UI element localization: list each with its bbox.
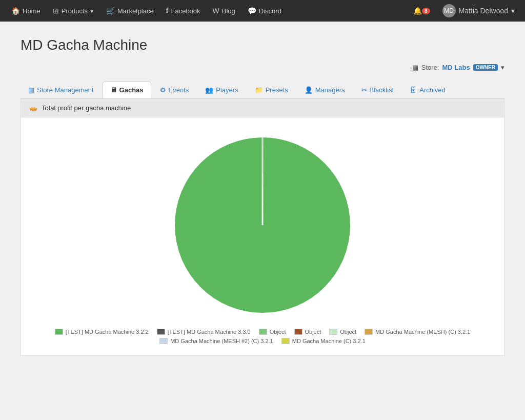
store-name[interactable]: MD Labs bbox=[442, 64, 470, 71]
store-icon: ▦ bbox=[412, 64, 418, 71]
home-icon: 🏠 bbox=[11, 7, 20, 15]
nav-products[interactable]: ⊞ Products ▾ bbox=[47, 0, 100, 22]
legend-color bbox=[55, 329, 63, 335]
notifications-button[interactable]: 🔔 8 bbox=[408, 7, 435, 15]
store-label: Store: bbox=[421, 64, 439, 71]
managers-icon: 👤 bbox=[305, 86, 313, 94]
legend-label: Object bbox=[340, 329, 356, 335]
blacklist-icon: ✂ bbox=[361, 86, 367, 94]
nav-marketplace-label: Marketplace bbox=[117, 7, 154, 15]
facebook-icon: f bbox=[166, 7, 169, 15]
gachas-icon: 🖥 bbox=[110, 86, 117, 94]
legend-label: MD Gacha Machine (C) 3.2.1 bbox=[292, 338, 366, 344]
nav-home-label: Home bbox=[23, 7, 41, 15]
legend-color bbox=[365, 329, 373, 335]
bell-icon: 🔔 bbox=[413, 7, 422, 15]
legend-label: Object bbox=[270, 329, 286, 335]
legend-color bbox=[259, 329, 267, 335]
tab-archived-label: Archived bbox=[419, 86, 446, 94]
nav-marketplace[interactable]: 🛒 Marketplace bbox=[100, 0, 160, 22]
legend-item-3: Object bbox=[294, 329, 321, 335]
legend-color bbox=[159, 338, 168, 344]
nav-facebook[interactable]: f Facebook bbox=[160, 0, 207, 22]
legend-color bbox=[157, 329, 165, 335]
chart-header: 🥧 Total profit per gacha machine bbox=[21, 99, 504, 117]
tab-store-management-label: Store Management bbox=[37, 86, 94, 94]
pie-svg bbox=[165, 128, 360, 323]
legend-label: [TEST] MD Gacha Machine 3.3.0 bbox=[168, 329, 251, 335]
nav-products-label: Products bbox=[62, 7, 88, 15]
events-icon: ⚙ bbox=[160, 86, 166, 94]
legend-label: MD Gacha Machine (MESH) (C) 3.2.1 bbox=[375, 329, 470, 335]
tab-events[interactable]: ⚙ Events bbox=[152, 82, 197, 98]
store-dropdown-icon[interactable]: ▾ bbox=[501, 64, 504, 71]
user-name: Mattia Delwood bbox=[459, 7, 509, 15]
nav-facebook-label: Facebook bbox=[171, 7, 200, 15]
nav-blog-label: Blog bbox=[222, 7, 235, 15]
chart-icon: 🥧 bbox=[29, 104, 37, 112]
nav-right: 🔔 8 MD Mattia Delwood ▾ bbox=[408, 4, 520, 17]
chart-panel: 🥧 Total profit per gacha machine [TEST] … bbox=[21, 99, 504, 356]
nav-discord[interactable]: 💬 Discord bbox=[241, 0, 288, 22]
notification-count: 8 bbox=[422, 8, 430, 14]
discord-icon: 💬 bbox=[248, 7, 256, 15]
tab-store-management[interactable]: ▦ Store Management bbox=[21, 82, 102, 98]
legend-item-6: MD Gacha Machine (MESH #2) (C) 3.2.1 bbox=[159, 338, 273, 344]
tab-events-label: Events bbox=[169, 86, 189, 94]
tab-presets[interactable]: 📁 Presets bbox=[247, 82, 296, 98]
nav-discord-label: Discord bbox=[259, 7, 281, 15]
chart-legend: [TEST] MD Gacha Machine 3.2.2[TEST] MD G… bbox=[21, 323, 504, 350]
tab-managers-label: Managers bbox=[315, 86, 345, 94]
legend-color bbox=[281, 338, 290, 344]
blog-icon: W bbox=[213, 7, 219, 15]
tab-blacklist-label: Blacklist bbox=[370, 86, 394, 94]
pie-chart bbox=[165, 128, 360, 323]
tab-players-label: Players bbox=[216, 86, 238, 94]
avatar: MD bbox=[442, 4, 456, 17]
page-title: MD Gacha Machine bbox=[21, 37, 504, 53]
players-icon: 👥 bbox=[205, 86, 213, 94]
products-icon: ⊞ bbox=[53, 7, 59, 15]
tabs: ▦ Store Management 🖥 Gachas ⚙ Events 👥 P… bbox=[21, 82, 504, 99]
tab-presets-label: Presets bbox=[266, 86, 288, 94]
legend-color bbox=[294, 329, 302, 335]
nav-blog[interactable]: W Blog bbox=[207, 0, 241, 22]
chart-title: Total profit per gacha machine bbox=[42, 104, 131, 112]
avatar-initials: MD bbox=[444, 7, 454, 14]
user-menu[interactable]: MD Mattia Delwood ▾ bbox=[437, 4, 520, 17]
owner-badge: OWNER bbox=[473, 64, 498, 71]
chart-body: [TEST] MD Gacha Machine 3.2.2[TEST] MD G… bbox=[21, 117, 504, 355]
legend-color bbox=[329, 329, 337, 335]
legend-label: MD Gacha Machine (MESH #2) (C) 3.2.1 bbox=[170, 338, 273, 344]
tab-gachas[interactable]: 🖥 Gachas bbox=[103, 82, 151, 98]
legend-item-2: Object bbox=[259, 329, 286, 335]
legend-label: Object bbox=[305, 329, 321, 335]
nav-home[interactable]: 🏠 Home bbox=[5, 0, 47, 22]
store-management-icon: ▦ bbox=[28, 86, 34, 94]
legend-label: [TEST] MD Gacha Machine 3.2.2 bbox=[66, 329, 149, 335]
navbar: 🏠 Home ⊞ Products ▾ 🛒 Marketplace f Face… bbox=[0, 0, 525, 22]
marketplace-icon: 🛒 bbox=[106, 7, 115, 15]
page-wrapper: MD Gacha Machine ▦ Store: MD Labs OWNER … bbox=[0, 22, 525, 420]
legend-item-0: [TEST] MD Gacha Machine 3.2.2 bbox=[55, 329, 149, 335]
legend-item-7: MD Gacha Machine (C) 3.2.1 bbox=[281, 338, 366, 344]
products-dropdown-icon: ▾ bbox=[90, 7, 94, 15]
tab-archived[interactable]: 🗄 Archived bbox=[402, 82, 453, 98]
legend-item-1: [TEST] MD Gacha Machine 3.3.0 bbox=[157, 329, 251, 335]
legend-item-4: Object bbox=[329, 329, 356, 335]
tab-blacklist[interactable]: ✂ Blacklist bbox=[354, 82, 402, 98]
legend-item-5: MD Gacha Machine (MESH) (C) 3.2.1 bbox=[365, 329, 470, 335]
presets-icon: 📁 bbox=[255, 86, 263, 94]
tab-players[interactable]: 👥 Players bbox=[197, 82, 246, 98]
tab-gachas-label: Gachas bbox=[119, 86, 144, 94]
tab-managers[interactable]: 👤 Managers bbox=[297, 82, 353, 98]
user-dropdown-icon: ▾ bbox=[511, 7, 515, 15]
archived-icon: 🗄 bbox=[410, 86, 417, 94]
store-bar: ▦ Store: MD Labs OWNER ▾ bbox=[21, 64, 504, 71]
